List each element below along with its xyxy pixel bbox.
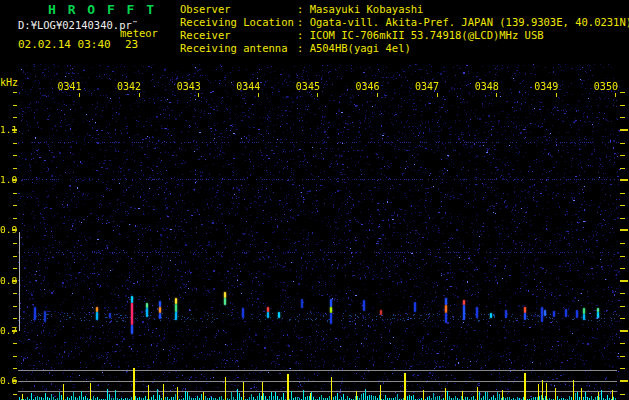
meteor-echo <box>146 308 148 317</box>
signal-spike <box>542 380 543 400</box>
meteor-echo <box>414 302 416 312</box>
meteor-echo <box>544 310 546 316</box>
signal-spike <box>177 387 178 400</box>
time-label: 0345 <box>294 81 321 92</box>
meteor-echo <box>445 298 447 305</box>
freq-tick-minor <box>620 92 625 93</box>
freq-tick-major <box>12 380 17 382</box>
freq-tick-major <box>12 280 17 282</box>
signal-spike <box>555 388 556 400</box>
signal-spike <box>148 385 149 400</box>
signal-spike <box>262 382 263 400</box>
time-tick <box>198 93 199 97</box>
freq-tick-minor <box>620 394 625 395</box>
time-tick <box>139 93 140 97</box>
meteor-echo <box>224 298 226 305</box>
freq-tick-major <box>12 330 17 332</box>
freq-tick-minor <box>13 368 17 369</box>
meteor-echo <box>267 312 269 318</box>
freq-tick-minor <box>620 368 625 369</box>
time-label: 0346 <box>354 81 381 92</box>
freq-tick-minor <box>13 293 17 294</box>
time-label: 0350 <box>592 81 619 92</box>
signal-spike <box>133 368 135 400</box>
time-tick <box>79 93 80 97</box>
signal-spike <box>331 377 332 400</box>
signal-spike <box>203 392 204 400</box>
meteor-echo <box>541 307 543 322</box>
meteor-echo <box>109 313 111 318</box>
freq-tick-minor <box>620 218 625 219</box>
freq-tick-major <box>12 179 17 181</box>
freq-tick-minor <box>13 92 17 93</box>
freq-tick-minor <box>13 155 17 156</box>
signal-spike <box>287 374 289 400</box>
freq-tick-minor <box>620 293 625 294</box>
meteor-echo <box>34 307 36 320</box>
meteor-echo <box>301 299 303 308</box>
time-label: 0344 <box>235 81 262 92</box>
freq-tick-major <box>620 229 628 231</box>
freq-tick-minor <box>620 343 625 344</box>
freq-tick-minor <box>620 268 625 269</box>
time-label: 0348 <box>473 81 500 92</box>
freq-tick-minor <box>13 306 17 307</box>
signal-spike <box>612 390 613 400</box>
freq-tick-minor <box>620 143 625 144</box>
freq-tick-minor <box>620 117 625 118</box>
time-tick <box>556 93 557 97</box>
meteor-echo <box>476 307 478 318</box>
freq-tick-minor <box>13 218 17 219</box>
meteor-echo <box>131 325 133 334</box>
signal-spike <box>524 373 526 400</box>
freq-tick-major <box>620 380 628 382</box>
freq-tick-major <box>620 330 628 332</box>
freq-tick-minor <box>13 105 17 106</box>
signal-spike <box>163 384 164 400</box>
freq-tick-major <box>620 179 628 181</box>
meteor-echo <box>175 312 177 320</box>
freq-tick-minor <box>13 256 17 257</box>
signal-spike <box>598 392 599 400</box>
signal-spike <box>63 384 64 400</box>
signal-spike <box>22 394 23 400</box>
freq-tick-minor <box>13 343 17 344</box>
meteor-echo <box>576 310 578 318</box>
meteor-echo <box>553 311 555 317</box>
spectrogram-noise-canvas <box>0 0 629 400</box>
freq-tick-minor <box>620 205 625 206</box>
meteor-echo <box>363 300 365 311</box>
freq-tick-major <box>12 129 17 131</box>
signal-spike <box>573 380 574 400</box>
freq-tick-minor <box>13 143 17 144</box>
signal-spike <box>445 388 446 400</box>
time-label: 0341 <box>56 81 83 92</box>
time-tick <box>496 93 497 97</box>
signal-spike <box>423 390 424 400</box>
hrofft-screen: H R O F F T D:¥LOG¥02140340.pr¨ meteor 0… <box>0 0 629 400</box>
time-label: 0343 <box>175 81 202 92</box>
meteor-echo <box>131 296 133 303</box>
freq-tick-major <box>12 229 17 231</box>
freq-tick-minor <box>620 256 625 257</box>
freq-tick-minor <box>620 155 625 156</box>
freq-tick-minor <box>13 356 17 357</box>
freq-tick-minor <box>620 356 625 357</box>
meteor-echo <box>330 299 332 307</box>
time-label: 0347 <box>414 81 441 92</box>
signal-spike <box>502 390 503 400</box>
time-tick <box>615 93 616 97</box>
freq-tick-minor <box>13 243 17 244</box>
signal-spike <box>380 385 381 400</box>
freq-tick-minor <box>13 394 17 395</box>
meteor-echo <box>505 310 507 318</box>
freq-tick-major <box>620 129 628 131</box>
freq-tick-minor <box>13 117 17 118</box>
meteor-echo <box>380 310 382 315</box>
meteor-echo <box>583 314 585 320</box>
meteor-echo <box>159 313 161 319</box>
time-tick <box>437 93 438 97</box>
meteor-echo <box>44 311 46 322</box>
meteor-echo <box>175 304 177 312</box>
signal-spike <box>538 384 539 400</box>
